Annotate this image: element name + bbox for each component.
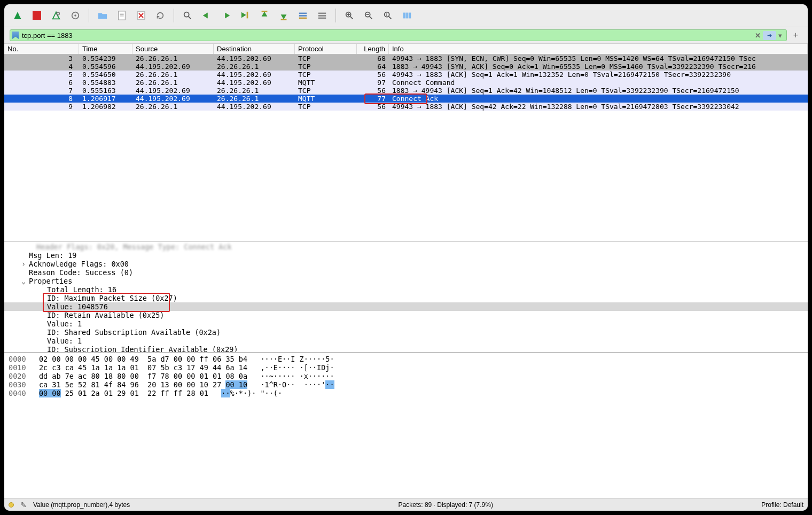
svg-line-12 xyxy=(189,17,191,19)
svg-rect-0 xyxy=(33,11,41,20)
svg-rect-4 xyxy=(119,11,126,20)
svg-line-30 xyxy=(389,17,392,19)
resize-columns-button[interactable] xyxy=(399,7,415,24)
hex-row[interactable]: 0020 dd ab 7e ac 80 18 80 00 f7 78 00 00… xyxy=(9,372,803,380)
toolbar-separator xyxy=(89,9,89,22)
svg-rect-21 xyxy=(318,18,326,19)
detail-line[interactable]: ID: Maximum Packet Size (0x27) xyxy=(4,294,808,302)
find-button[interactable] xyxy=(179,7,196,24)
main-toolbar: 1 xyxy=(4,4,808,27)
svg-line-23 xyxy=(350,17,353,19)
packet-bytes-pane[interactable]: 0000 02 00 00 00 45 00 00 49 5a d7 00 00… xyxy=(4,353,808,498)
detail-line[interactable]: Reason Code: Success (0) xyxy=(4,268,808,277)
hex-row[interactable]: 0030 ca 31 5e 52 81 4f 84 96 20 13 00 00… xyxy=(9,380,803,389)
packet-row[interactable]: 30.55423926.26.26.144.195.202.69TCP68499… xyxy=(4,54,808,63)
bookmark-icon[interactable] xyxy=(12,32,19,39)
svg-rect-19 xyxy=(318,13,326,14)
packet-list[interactable]: 30.55423926.26.26.144.195.202.69TCP68499… xyxy=(4,54,808,241)
status-profile[interactable]: Profile: Default xyxy=(761,501,803,509)
svg-point-11 xyxy=(184,12,189,17)
col-info[interactable]: Info xyxy=(389,44,808,54)
svg-rect-34 xyxy=(409,13,411,19)
packet-details-pane[interactable]: Header Flags: 0x20, Message Type: Connec… xyxy=(4,241,808,353)
options-button[interactable] xyxy=(67,7,83,24)
status-packets: Packets: 89 · Displayed: 7 (7.9%) xyxy=(399,501,493,509)
detail-line[interactable]: ⌄Properties xyxy=(4,277,808,285)
packet-row[interactable]: 70.55516344.195.202.6926.26.26.1TCP56188… xyxy=(4,87,808,95)
detail-line[interactable]: Value: 1 xyxy=(4,337,808,345)
go-back-button[interactable] xyxy=(199,7,215,24)
packet-row[interactable]: 91.20698226.26.26.144.195.202.69TCP56499… xyxy=(4,103,808,111)
packet-list-pane: No. Time Source Destination Protocol Len… xyxy=(4,44,808,241)
detail-line[interactable]: ID: Retain Available (0x25) xyxy=(4,311,808,319)
colorize-button[interactable] xyxy=(314,7,330,24)
edit-icon[interactable]: ✎ xyxy=(20,501,27,509)
reload-button[interactable] xyxy=(152,7,168,24)
col-len[interactable]: Length xyxy=(357,44,389,54)
svg-rect-16 xyxy=(299,13,307,14)
status-field: Value (mqtt.prop_number),4 bytes xyxy=(33,501,130,509)
toolbar-separator xyxy=(335,9,336,22)
svg-rect-32 xyxy=(403,13,406,19)
clear-filter-icon[interactable]: ✕ xyxy=(753,32,763,40)
detail-line[interactable]: ›Acknowledge Flags: 0x00 xyxy=(4,260,808,268)
detail-line[interactable]: Value: 1048576 xyxy=(4,302,808,311)
display-filter-bar: ✕ ➔ ▾ + xyxy=(4,27,808,44)
display-filter-input[interactable] xyxy=(22,32,753,40)
svg-rect-13 xyxy=(247,12,248,18)
svg-rect-20 xyxy=(318,15,326,17)
expert-info-icon[interactable] xyxy=(9,502,14,508)
go-forward-button[interactable] xyxy=(218,7,234,24)
svg-rect-18 xyxy=(299,18,307,19)
close-file-button[interactable] xyxy=(133,7,149,24)
detail-line[interactable]: Value: 1 xyxy=(4,319,808,328)
filter-history-dropdown[interactable]: ▾ xyxy=(776,32,784,40)
detail-line[interactable]: ID: Subscription Identifier Available (0… xyxy=(4,345,808,353)
svg-point-3 xyxy=(74,14,76,17)
save-file-button[interactable] xyxy=(114,7,130,24)
zoom-reset-button[interactable]: 1 xyxy=(380,7,396,24)
packet-row[interactable]: 50.55465026.26.26.144.195.202.69TCP56499… xyxy=(4,71,808,79)
col-no[interactable]: No. xyxy=(4,44,79,54)
apply-filter-icon[interactable]: ➔ xyxy=(763,31,776,40)
svg-rect-14 xyxy=(262,11,268,12)
status-bar: ✎ Value (mqtt.prop_number),4 bytes Packe… xyxy=(4,498,808,511)
zoom-out-button[interactable] xyxy=(361,7,377,24)
col-src[interactable]: Source xyxy=(132,44,214,54)
add-filter-button[interactable]: + xyxy=(789,30,802,40)
detail-line: Header Flags: 0x20, Message Type: Connec… xyxy=(4,243,808,251)
hex-row[interactable]: 0010 2c c3 ca 45 1a 1a 1a 01 07 5b c3 17… xyxy=(9,363,803,372)
hex-row[interactable]: 0000 02 00 00 00 45 00 00 49 5a d7 00 00… xyxy=(9,355,803,363)
open-file-button[interactable] xyxy=(95,7,111,24)
display-filter-input-wrapper[interactable]: ✕ ➔ ▾ xyxy=(10,29,787,41)
hex-row[interactable]: 0040 00 00 25 01 2a 01 29 01 22 ff ff 28… xyxy=(9,389,803,397)
restart-capture-button[interactable] xyxy=(48,7,64,24)
packet-row[interactable]: 40.55459644.195.202.6926.26.26.1TCP64188… xyxy=(4,63,808,71)
svg-rect-15 xyxy=(281,19,287,20)
auto-scroll-button[interactable] xyxy=(295,7,311,24)
go-last-button[interactable] xyxy=(276,7,292,24)
zoom-in-button[interactable] xyxy=(341,7,357,24)
packet-row[interactable]: 60.55488326.26.26.144.195.202.69MQTT97Co… xyxy=(4,79,808,87)
col-time[interactable]: Time xyxy=(79,44,132,54)
svg-line-27 xyxy=(370,17,372,19)
svg-text:1: 1 xyxy=(386,13,388,17)
shark-fin-icon[interactable] xyxy=(10,7,26,24)
col-dst[interactable]: Destination xyxy=(214,44,295,54)
col-proto[interactable]: Protocol xyxy=(295,44,357,54)
packet-list-header[interactable]: No. Time Source Destination Protocol Len… xyxy=(4,44,808,54)
packet-row[interactable]: 81.20691744.195.202.6926.26.26.1MQTT77Co… xyxy=(4,95,808,103)
svg-rect-17 xyxy=(299,15,307,17)
detail-line[interactable]: Total Length: 16 xyxy=(4,285,808,294)
detail-line[interactable]: Msg Len: 19 xyxy=(4,251,808,260)
toolbar-separator xyxy=(174,9,174,22)
go-first-button[interactable] xyxy=(256,7,272,24)
stop-capture-button[interactable] xyxy=(29,7,45,24)
go-to-packet-button[interactable] xyxy=(237,7,253,24)
svg-rect-33 xyxy=(406,13,408,19)
detail-line[interactable]: ID: Shared Subscription Available (0x2a) xyxy=(4,328,808,337)
